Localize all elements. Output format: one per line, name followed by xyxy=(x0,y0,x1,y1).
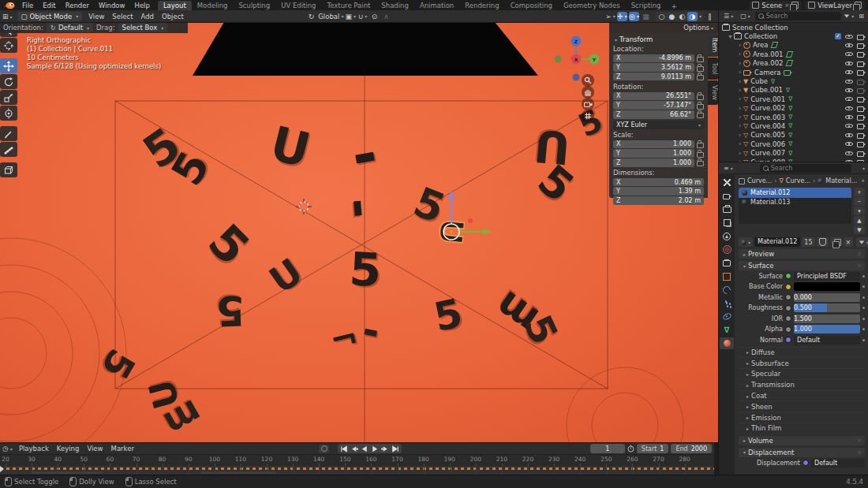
rotation-mode-dropdown[interactable]: XYZ Euler▾ xyxy=(613,121,704,129)
value-slider[interactable]: 1.000 xyxy=(794,325,860,333)
section-coat[interactable]: ▸Coat xyxy=(739,390,865,401)
prev-keyframe-button[interactable] xyxy=(350,445,359,453)
remove-slot-button[interactable]: − xyxy=(854,197,865,206)
scene-selector[interactable]: Scene × xyxy=(749,1,802,10)
fake-user-button[interactable] xyxy=(817,237,829,247)
transform-field-rotation-y[interactable]: Y-57.147° xyxy=(613,101,694,110)
preview-panel-header[interactable]: ▸Preview≡ xyxy=(739,249,865,259)
editor-type-icon[interactable]: ⊞▾ xyxy=(0,13,15,20)
lock-icon[interactable] xyxy=(697,113,704,118)
section-emission[interactable]: ▸Emission xyxy=(739,412,865,423)
lock-icon[interactable] xyxy=(697,152,704,158)
outliner-search-input[interactable]: Search xyxy=(755,12,842,20)
outliner-row-curve-005[interactable]: ›▽Curve.005∇ xyxy=(719,131,868,140)
jump-to-start-button[interactable] xyxy=(339,445,349,453)
section-diffuse[interactable]: ▸Diffuse xyxy=(739,347,865,358)
blender-logo-icon[interactable] xyxy=(3,1,16,9)
workspace-tab-animation[interactable]: Animation xyxy=(414,1,459,10)
move-gizmo[interactable] xyxy=(443,191,491,240)
slot-specials-button[interactable]: ▾ xyxy=(854,207,865,215)
properties-tab-material[interactable] xyxy=(720,337,734,349)
sidebar-tab-tool[interactable]: Tool xyxy=(708,58,718,80)
workspace-tab-texture-paint[interactable]: Texture Paint xyxy=(322,1,376,10)
timeline-menu-playback[interactable]: Playback xyxy=(15,445,53,453)
hide-eye-icon[interactable] xyxy=(845,42,853,49)
workspace-tab-rendering[interactable]: Rendering xyxy=(459,1,504,10)
base-color-swatch[interactable] xyxy=(794,282,860,291)
workspace-tab-compositing[interactable]: Compositing xyxy=(505,1,558,10)
viewport-menu-view[interactable]: View xyxy=(84,13,108,20)
region-split-icon[interactable]: ‖ xyxy=(705,12,715,21)
properties-tab-scene[interactable] xyxy=(720,230,734,242)
disable-render-icon[interactable] xyxy=(857,87,866,93)
outliner-row-curve-001[interactable]: ›▽Curve.001∇ xyxy=(719,95,868,103)
properties-tab-physics[interactable] xyxy=(720,311,734,322)
hide-eye-icon[interactable] xyxy=(845,140,853,147)
menu-help[interactable]: Help xyxy=(129,2,154,9)
properties-tab-object-data[interactable]: ∇ xyxy=(720,324,734,336)
animate-dot-icon[interactable] xyxy=(862,318,865,320)
next-keyframe-button[interactable] xyxy=(380,445,390,453)
section-subsurface[interactable]: ▸Subsurface xyxy=(739,357,865,368)
outliner-row-area-001[interactable]: ›Area.001 xyxy=(719,50,868,58)
zoom-icon[interactable] xyxy=(582,74,594,87)
disable-render-icon[interactable] xyxy=(857,150,866,156)
section-sheen[interactable]: ▸Sheen xyxy=(739,400,865,412)
material-filter-button[interactable]: ▾ xyxy=(856,237,868,247)
hide-eye-icon[interactable] xyxy=(845,150,853,157)
shading-dropdown-icon[interactable]: ▾ xyxy=(699,13,702,19)
hide-eye-icon[interactable] xyxy=(845,69,853,76)
outliner-row-scene-collection[interactable]: Scene Collection xyxy=(719,23,868,32)
slot-move-down-button[interactable]: ▼ xyxy=(854,225,865,234)
properties-tab-view-layer[interactable] xyxy=(720,217,734,229)
lock-icon[interactable] xyxy=(697,143,704,148)
pin-icon[interactable]: ⌖ xyxy=(861,177,865,185)
show-gizmo-toggle[interactable]: ✛▾ xyxy=(617,12,627,21)
properties-tab-particles[interactable] xyxy=(720,297,734,309)
properties-tab-world[interactable] xyxy=(720,244,734,255)
transform-field-location-z[interactable]: Z9.0113 m xyxy=(613,73,694,81)
workspace-tab-modeling[interactable]: Modeling xyxy=(192,1,234,10)
disable-render-icon[interactable] xyxy=(857,96,866,102)
users-count-button[interactable]: 15 xyxy=(802,237,814,247)
animate-dot-icon[interactable] xyxy=(862,339,865,341)
lock-icon[interactable] xyxy=(697,95,704,100)
add-workspace-button[interactable]: + xyxy=(666,2,682,10)
displacement-panel-header[interactable]: ▾Displacement≡ xyxy=(739,448,865,457)
proportional-falloff-icon[interactable]: ∧ xyxy=(381,12,391,21)
timeline-menu-marker[interactable]: Marker xyxy=(107,445,138,453)
lock-icon[interactable] xyxy=(697,104,704,110)
viewlayer-selector[interactable]: ViewLayer xyxy=(805,1,865,10)
outliner-row-cube[interactable]: ›▼Cube∇ xyxy=(719,76,868,85)
outliner-row-camera[interactable]: ›Camera xyxy=(719,68,868,76)
hide-eye-icon[interactable] xyxy=(845,132,853,139)
lock-icon[interactable] xyxy=(697,75,704,80)
grid-toggle-icon[interactable] xyxy=(582,110,594,122)
filter-icon[interactable]: ▾ xyxy=(844,13,854,19)
transform-field-scale-x[interactable]: X1.000 xyxy=(613,140,694,149)
browse-material-button[interactable]: ▾ xyxy=(739,237,753,247)
shading-rendered-icon[interactable]: ◑ xyxy=(687,12,698,21)
workspace-tab-scripting[interactable]: Scripting xyxy=(626,1,667,10)
slot-move-up-button[interactable]: ▲ xyxy=(854,216,865,225)
disable-render-icon[interactable] xyxy=(857,69,866,76)
displacement-value-menu[interactable]: Default xyxy=(811,459,865,468)
workspace-tab-geometry-nodes[interactable]: Geometry Nodes xyxy=(558,1,626,10)
hide-eye-icon[interactable] xyxy=(845,33,853,40)
workspace-tab-sculpting[interactable]: Sculpting xyxy=(233,1,275,10)
scene-unlink-icon[interactable]: × xyxy=(784,2,789,9)
breadcrumb-material[interactable]: Material... xyxy=(825,177,857,184)
sidebar-tab-view[interactable]: View xyxy=(708,80,718,105)
breadcrumb-object[interactable]: Curve... xyxy=(747,177,772,184)
exclude-checkbox[interactable]: ✓ xyxy=(835,33,841,39)
disable-render-icon[interactable] xyxy=(857,132,866,138)
properties-tab-render[interactable] xyxy=(720,190,734,202)
playhead-arrow[interactable] xyxy=(0,466,4,472)
new-collection-icon[interactable]: ⊞ xyxy=(856,13,866,20)
drag-dropdown[interactable]: Select Box▾ xyxy=(118,23,168,32)
menu-file[interactable]: File xyxy=(17,2,38,9)
transform-field-location-y[interactable]: Y3.5612 m xyxy=(613,63,694,72)
frame-end-field[interactable]: End2000 xyxy=(671,444,712,453)
animate-dot-icon[interactable] xyxy=(862,285,865,288)
volume-panel-header[interactable]: ▸Volume≡ xyxy=(739,436,865,445)
